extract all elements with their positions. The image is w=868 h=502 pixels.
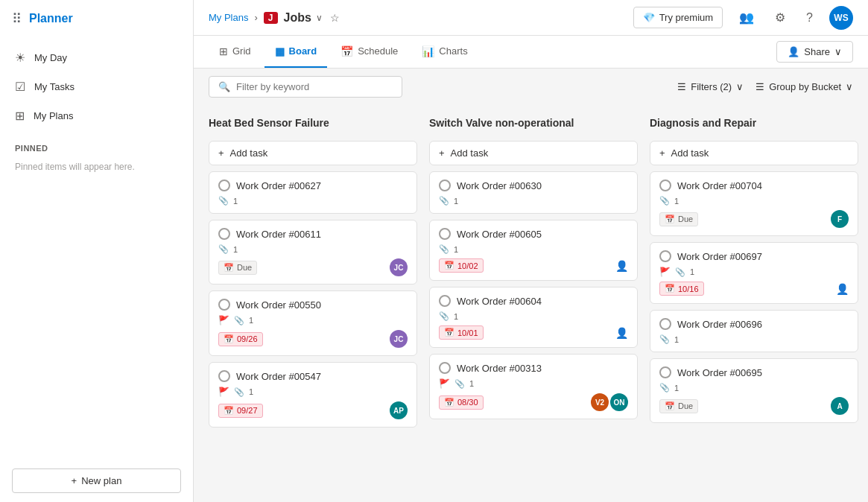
task-card[interactable]: Work Order #00696 📎 1 (650, 310, 858, 352)
task-card[interactable]: Work Order #00550 🚩 📎 1 📅 09/26 JC (209, 290, 417, 356)
bucket-switch-valve-add-task[interactable]: + Add task (429, 141, 638, 165)
sidebar-item-my-day[interactable]: ☀ My Day (0, 43, 193, 72)
date-badge: 📅 Due (659, 212, 698, 226)
task-complete-circle[interactable] (218, 299, 230, 311)
task-complete-circle[interactable] (439, 179, 451, 191)
date-badge: 📅 Due (218, 261, 257, 275)
charts-tab-label: Charts (439, 45, 467, 57)
bucket-diagnosis-add-task[interactable]: + Add task (650, 141, 858, 165)
user-avatar[interactable]: WS (829, 6, 853, 30)
group-by-button[interactable]: ☰ Group by Bucket ∨ (755, 81, 853, 92)
schedule-tab-icon: 📅 (340, 45, 353, 57)
help-icon-button[interactable]: ? (802, 7, 817, 29)
new-plan-button[interactable]: + New plan (12, 468, 181, 493)
task-complete-circle[interactable] (218, 228, 230, 240)
task-footer: 📅 09/27 AP (218, 401, 408, 419)
date-label: 09/26 (237, 334, 258, 343)
task-card[interactable]: Work Order #00611 📎 1 📅 Due JC (209, 220, 417, 285)
search-input[interactable] (236, 81, 393, 92)
breadcrumb-my-plans[interactable]: My Plans (209, 12, 248, 23)
calendar-icon: 📅 (665, 215, 675, 224)
task-card[interactable]: Work Order #00604 📎 1 📅 10/01 👤 (429, 287, 638, 348)
pin-icon[interactable]: ☆ (330, 12, 340, 24)
task-complete-circle[interactable] (659, 179, 671, 191)
add-task-plus-icon: + (659, 147, 665, 159)
flag-icon: 🚩 (439, 378, 450, 389)
unassigned-person-icon: 👤 (615, 260, 628, 272)
tab-charts[interactable]: 📊 Charts (411, 36, 478, 68)
task-card[interactable]: Work Order #00697 🚩 📎 1 📅 10/16 👤 (650, 242, 858, 304)
task-card[interactable]: Work Order #00695 📎 1 📅 Due A (650, 358, 858, 423)
task-complete-circle[interactable] (439, 362, 451, 374)
task-title: Work Order #00550 (236, 299, 321, 311)
assignee-avatar: JC (390, 258, 408, 276)
filters-label: Filters (2) (691, 81, 732, 92)
assignee-avatar: V2 (591, 393, 609, 411)
tab-schedule[interactable]: 📅 Schedule (330, 36, 408, 68)
task-meta: 📎 1 (439, 244, 628, 254)
bucket-heat-bed-add-task[interactable]: + Add task (209, 141, 417, 165)
board-tab-label: Board (289, 45, 317, 57)
flag-icon: 🚩 (218, 387, 229, 397)
sidebar-item-my-tasks[interactable]: ☑ My Tasks (0, 72, 193, 101)
date-label: Due (678, 401, 693, 410)
bucket-heat-bed: Heat Bed Sensor Failure + Add task Work … (209, 114, 417, 493)
task-complete-circle[interactable] (439, 295, 451, 307)
filters-chevron-icon: ∨ (736, 81, 744, 92)
assignee-avatar: F (831, 210, 849, 228)
task-card[interactable]: Work Order #00627 📎 1 (209, 171, 417, 214)
try-premium-button[interactable]: 💎 Try premium (633, 7, 723, 28)
date-label: 10/16 (678, 285, 699, 293)
task-complete-circle[interactable] (659, 318, 671, 330)
share-people-icon-button[interactable]: 👥 (735, 6, 758, 29)
task-footer: 📅 09/26 JC (218, 330, 408, 348)
diamond-icon: 💎 (643, 12, 655, 23)
attachment-icon: 📎 (218, 244, 229, 254)
task-card[interactable]: Work Order #00313 🚩 📎 1 📅 08/30 V2 ON (429, 354, 638, 419)
task-card[interactable]: Work Order #00605 📎 1 📅 10/02 👤 (429, 220, 638, 281)
task-meta: 📎 1 (659, 334, 849, 344)
plan-name-chevron-icon[interactable]: ∨ (316, 13, 323, 23)
task-title: Work Order #00313 (457, 363, 542, 374)
share-button[interactable]: 👤 Share ∨ (776, 41, 853, 63)
date-badge: 📅 10/01 (439, 325, 484, 340)
task-card[interactable]: Work Order #00630 📎 1 (429, 171, 638, 214)
main-content: My Plans › J Jobs ∨ ☆ 💎 Try premium 👥 ⚙ … (194, 0, 868, 502)
task-meta: 📎 1 (439, 311, 628, 321)
pinned-empty-message: Pinned items will appear here. (0, 156, 193, 178)
task-meta: 📎 1 (218, 244, 408, 254)
bucket-diagnosis-title: Diagnosis and Repair (650, 114, 858, 135)
task-card[interactable]: Work Order #00547 🚩 📎 1 📅 09/27 AP (209, 362, 417, 428)
attachment-count: 1 (674, 197, 679, 206)
add-task-label: Add task (451, 147, 489, 159)
grid-tab-label: Grid (232, 45, 251, 57)
task-header: Work Order #00704 (659, 179, 849, 191)
date-label: 08/30 (457, 398, 478, 407)
attachment-count: 1 (454, 197, 458, 206)
task-footer: 📅 08/30 V2 ON (439, 393, 628, 411)
app-grid-icon[interactable]: ⠿ (12, 10, 22, 27)
task-title: Work Order #00604 (457, 296, 542, 307)
search-box[interactable]: 🔍 (209, 76, 402, 98)
sidebar-header: ⠿ Planner (0, 0, 193, 37)
task-header: Work Order #00604 (439, 295, 628, 307)
task-meta: 🚩 📎 1 (439, 378, 628, 389)
filters-button[interactable]: ☰ Filters (2) ∨ (677, 81, 744, 92)
sidebar-item-my-plans[interactable]: ⊞ My Plans (0, 101, 193, 130)
plan-name: Jobs (284, 11, 311, 25)
task-complete-circle[interactable] (218, 370, 230, 382)
task-complete-circle[interactable] (439, 228, 451, 240)
group-by-chevron-icon: ∨ (846, 81, 853, 92)
task-complete-circle[interactable] (659, 250, 671, 262)
task-card[interactable]: Work Order #00704 📎 1 📅 Due F (650, 171, 858, 236)
task-complete-circle[interactable] (659, 366, 671, 378)
sun-icon: ☀ (15, 51, 25, 65)
settings-icon-button[interactable]: ⚙ (770, 6, 790, 29)
task-complete-circle[interactable] (218, 179, 230, 191)
bucket-switch-valve: Switch Valve non-operational + Add task … (429, 114, 638, 493)
add-task-plus-icon: + (439, 147, 445, 159)
tab-board[interactable]: ▦ Board (264, 36, 328, 68)
tab-grid[interactable]: ⊞ Grid (209, 36, 262, 68)
calendar-icon: 📅 (665, 401, 675, 411)
date-badge: 📅 09/27 (218, 404, 263, 418)
